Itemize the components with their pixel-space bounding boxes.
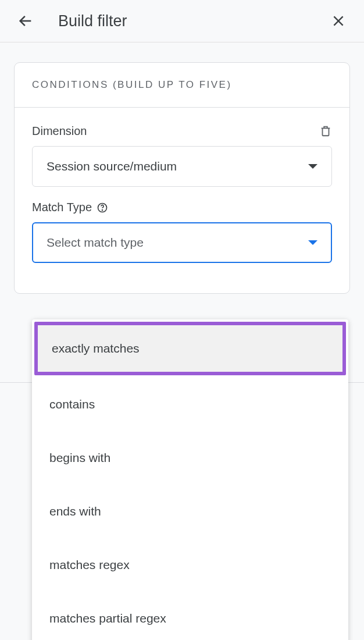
- help-icon: [97, 202, 108, 214]
- help-button[interactable]: [97, 202, 108, 214]
- dropdown-list[interactable]: exactly matches contains begins with end…: [32, 319, 348, 640]
- close-button[interactable]: [329, 12, 348, 30]
- card-header-label: CONDITIONS (BUILD UP TO FIVE): [32, 79, 332, 91]
- dimension-select-value: Session source/medium: [47, 159, 177, 173]
- svg-point-4: [102, 209, 103, 210]
- dialog-header: Build filter: [0, 0, 364, 42]
- match-type-select[interactable]: Select match type: [32, 222, 332, 263]
- match-type-placeholder: Select match type: [47, 236, 144, 250]
- match-type-label: Match Type: [32, 201, 92, 214]
- back-button[interactable]: [16, 12, 35, 30]
- delete-button[interactable]: [319, 124, 332, 138]
- match-type-dropdown: exactly matches contains begins with end…: [32, 319, 348, 640]
- dimension-select[interactable]: Session source/medium: [32, 146, 332, 187]
- dimension-label: Dimension: [32, 125, 87, 138]
- trash-icon: [319, 124, 332, 138]
- dropdown-option-matches-regex[interactable]: matches regex: [32, 538, 348, 592]
- close-icon: [331, 13, 346, 29]
- dropdown-option-begins-with[interactable]: begins with: [32, 431, 348, 485]
- chevron-down-icon: [308, 240, 317, 245]
- dropdown-option-matches-partial-regex[interactable]: matches partial regex: [32, 592, 348, 640]
- dialog-title: Build filter: [58, 12, 329, 30]
- dropdown-option-ends-with[interactable]: ends with: [32, 485, 348, 538]
- card-header: CONDITIONS (BUILD UP TO FIVE): [15, 63, 349, 108]
- chevron-down-icon: [308, 164, 317, 169]
- conditions-card: CONDITIONS (BUILD UP TO FIVE) Dimension …: [14, 62, 350, 294]
- dropdown-option-contains[interactable]: contains: [32, 378, 348, 431]
- dropdown-option-exactly-matches[interactable]: exactly matches: [34, 322, 346, 375]
- arrow-left-icon: [17, 13, 34, 29]
